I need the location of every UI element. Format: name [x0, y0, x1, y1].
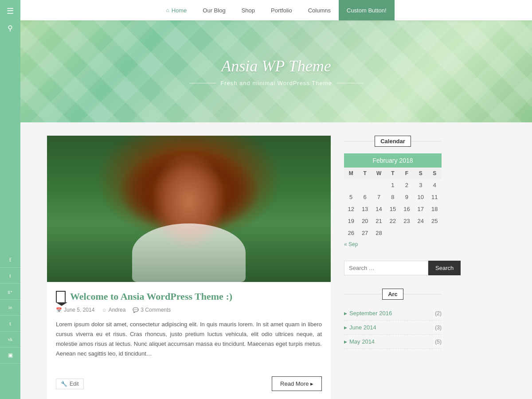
read-more-button[interactable]: Read More ▸ [272, 376, 322, 391]
day-header-w: W [372, 168, 386, 179]
calendar-title-text: Calendar [375, 136, 411, 147]
calendar-day[interactable]: 18 [428, 203, 442, 215]
post-featured-image [47, 136, 331, 282]
calendar-day [358, 179, 372, 191]
day-header-s2: S [428, 168, 442, 179]
post-author: ☺ Andrea [102, 307, 125, 313]
calendar-day[interactable]: 24 [414, 215, 427, 227]
post-date: 📅 June 5, 2014 [56, 307, 94, 313]
calendar-meta-icon: 📅 [56, 307, 62, 313]
calendar-day[interactable]: 11 [428, 191, 442, 203]
calendar-day[interactable]: 1 [386, 179, 399, 191]
edit-button[interactable]: 🔧 Edit [56, 379, 84, 389]
title-line-right [411, 141, 442, 141]
calendar-day[interactable]: 5 [344, 191, 358, 203]
calendar-day[interactable]: 27 [358, 227, 372, 239]
post-body: Welcome to Ansia WordPress Theme :) 📅 Ju… [47, 282, 331, 376]
googleplus-icon[interactable]: g+ [0, 284, 20, 300]
top-navigation: ⌂ Home Our Blog Shop Portfolio Columns C… [20, 0, 532, 20]
calendar-day[interactable]: 12 [344, 203, 358, 215]
reddit-icon[interactable]: ▣ [0, 348, 20, 364]
nav-item-custom[interactable]: Custom Button! [339, 0, 395, 20]
day-header-t2: T [386, 168, 399, 179]
archive-widget-title: Arc [344, 289, 442, 300]
calendar-day[interactable]: 15 [386, 203, 399, 215]
archive-item: May 2014(5) [344, 335, 442, 349]
day-header-s1: S [414, 168, 427, 179]
archive-widget: Arc September 2016(2)June 2014(3)May 201… [344, 289, 442, 349]
nav-item-shop[interactable]: Shop [234, 0, 263, 20]
nav-item-blog[interactable]: Our Blog [195, 0, 233, 20]
archive-link[interactable]: September 2016 [344, 310, 392, 317]
archive-title-line-left [344, 294, 382, 294]
calendar-day[interactable]: 13 [358, 203, 372, 215]
archive-item: September 2016(2) [344, 306, 442, 321]
calendar-day[interactable]: 26 [344, 227, 358, 239]
calendar-day [400, 227, 414, 239]
bookmark-icon [56, 291, 66, 302]
archive-count: (3) [435, 325, 442, 331]
nav-menu: ⌂ Home Our Blog Shop Portfolio Columns C… [158, 0, 394, 20]
calendar-day[interactable]: 10 [414, 191, 427, 203]
search-input[interactable] [344, 261, 428, 275]
nav-item-home[interactable]: ⌂ Home [158, 0, 195, 20]
archive-link[interactable]: May 2014 [344, 338, 375, 345]
day-header-f: F [400, 168, 414, 179]
post-title[interactable]: Welcome to Ansia WordPress Theme :) [70, 291, 232, 302]
archive-count: (2) [435, 310, 442, 317]
calendar-day[interactable]: 14 [372, 203, 386, 215]
calendar-prev-link[interactable]: « Sep [344, 241, 442, 247]
calendar-day [372, 179, 386, 191]
calendar-day[interactable]: 4 [428, 179, 442, 191]
archive-title-line-right [403, 294, 442, 294]
calendar-day[interactable]: 20 [358, 215, 372, 227]
author-meta-icon: ☺ [102, 307, 106, 313]
calendar-day[interactable]: 8 [386, 191, 399, 203]
calendar-day[interactable]: 21 [372, 215, 386, 227]
calendar-day[interactable]: 19 [344, 215, 358, 227]
archive-link[interactable]: June 2014 [344, 324, 376, 331]
nav-item-columns[interactable]: Columns [300, 0, 339, 20]
post-comments: 💬 3 Comments [133, 307, 171, 313]
sidebar: Calendar February 2018 M T W T F [344, 136, 442, 399]
calendar-day [428, 227, 442, 239]
day-header-m: M [344, 168, 358, 179]
search-button[interactable]: Search [428, 261, 461, 275]
tumblr-icon[interactable]: t [0, 316, 20, 332]
calendar-day[interactable]: 9 [400, 191, 414, 203]
calendar-month: February 2018 [344, 153, 442, 168]
calendar-widget-title: Calendar [344, 136, 442, 147]
calendar-day [344, 179, 358, 191]
site-title: Ansia WP Theme [221, 57, 331, 75]
search-widget: Search [344, 261, 442, 275]
menu-icon[interactable]: ☰ [7, 7, 14, 15]
calendar-widget: Calendar February 2018 M T W T F [344, 136, 442, 247]
facebook-icon[interactable]: f [0, 252, 20, 268]
calendar-day[interactable]: 16 [400, 203, 414, 215]
post-footer: 🔧 Edit Read More ▸ [47, 376, 331, 391]
social-icons: f t g+ in t vk ▣ [0, 252, 20, 364]
linkedin-icon[interactable]: in [0, 300, 20, 316]
archive-list: September 2016(2)June 2014(3)May 2014(5) [344, 306, 442, 349]
archive-count: (5) [435, 339, 442, 345]
main-wrapper: Ansia WP Theme Fresh and minimal WordPre… [20, 0, 532, 399]
sidebar-search-icon[interactable]: ⚲ [8, 24, 13, 32]
main-content: Welcome to Ansia WordPress Theme :) 📅 Ju… [47, 136, 331, 399]
post-excerpt: Lorem ipsum dolor sit amet, consectetur … [56, 320, 322, 359]
title-line-left [344, 141, 375, 141]
calendar-day [414, 227, 427, 239]
calendar-day[interactable]: 3 [414, 179, 427, 191]
vk-icon[interactable]: vk [0, 332, 20, 348]
calendar-day[interactable]: 17 [414, 203, 427, 215]
calendar-day[interactable]: 7 [372, 191, 386, 203]
calendar-day[interactable]: 22 [386, 215, 399, 227]
calendar-day [386, 227, 399, 239]
calendar-day[interactable]: 23 [400, 215, 414, 227]
twitter-icon[interactable]: t [0, 268, 20, 284]
calendar-day[interactable]: 6 [358, 191, 372, 203]
calendar-day[interactable]: 2 [400, 179, 414, 191]
calendar-day[interactable]: 25 [428, 215, 442, 227]
nav-item-portfolio[interactable]: Portfolio [263, 0, 300, 20]
home-icon: ⌂ [166, 7, 169, 13]
calendar-day[interactable]: 28 [372, 227, 386, 239]
